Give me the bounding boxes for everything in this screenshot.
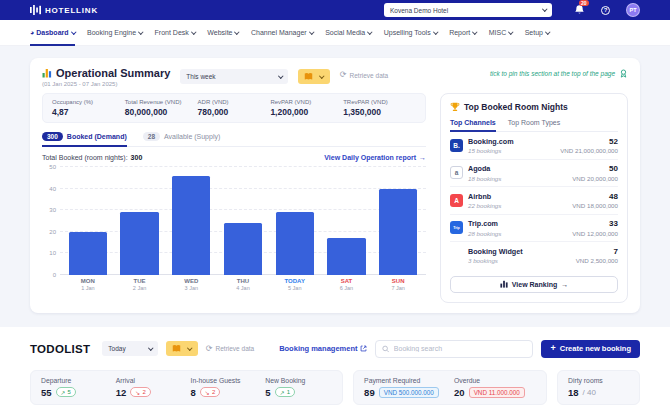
summary-title-block: Operational Summary (01 Jan 2025 - 07 Ja…: [42, 67, 170, 87]
chart-bars: [60, 167, 426, 275]
y-tick-label: 40: [42, 186, 56, 192]
view-ranking-button[interactable]: View Ranking →: [450, 276, 618, 293]
trend-up-icon: ↗: [280, 389, 285, 396]
total-booked-label: Total Booked (room nights):: [42, 154, 128, 161]
pin-section-control[interactable]: tick to pin this section at the top of t…: [490, 69, 628, 78]
x-label-thu: THU4 Jan: [217, 278, 269, 291]
trend-badge: ↗1: [275, 387, 295, 397]
todolist-period-value: Today: [108, 345, 125, 352]
trophy-icon: [450, 102, 460, 112]
channel-amount: VND 18,000,000: [572, 202, 618, 209]
external-link-icon: [360, 345, 367, 352]
stat-label: In-house Guests: [191, 377, 258, 384]
stat-departure: Departure55↗5: [41, 377, 108, 398]
x-date-label: 7 Jan: [372, 285, 424, 291]
chart-plot-area: 01020304050: [60, 167, 426, 275]
todo-stats-row: Departure55↗5Arrival12↘2In-house Guests8…: [30, 370, 640, 405]
stat-value-row: 18/ 40: [568, 387, 629, 398]
channel-room-nights: 52: [560, 137, 618, 146]
booking-management-link[interactable]: Booking management: [279, 344, 367, 353]
todolist-retrieve-button[interactable]: ⟳ Retrieve data: [206, 345, 254, 353]
nav-item-channel-manager[interactable]: Channel Manager: [251, 20, 313, 46]
nav-item-misc[interactable]: MISC: [489, 20, 513, 46]
nav-item-setup[interactable]: Setup: [525, 20, 550, 46]
retrieve-data-button[interactable]: ⟳ Retrieve data: [340, 71, 388, 79]
channel-room-nights: 48: [572, 192, 618, 201]
tab-top-room-types[interactable]: Top Room Types: [508, 119, 560, 132]
bar-today[interactable]: [269, 167, 321, 275]
bar-mon[interactable]: [62, 167, 114, 275]
channel-name: Agoda: [468, 164, 572, 173]
chevron-down-icon: [367, 29, 372, 34]
nav-item-social-media[interactable]: Social Media: [325, 20, 372, 46]
tab-booked-demand[interactable]: 300Booked (Demand): [42, 132, 127, 147]
nav-item-dasboard[interactable]: ◕Dasboard: [30, 20, 75, 46]
user-avatar[interactable]: PT: [626, 3, 640, 17]
nav-item-booking-engine[interactable]: Booking Engine: [87, 20, 143, 46]
y-tick-label: 20: [42, 229, 56, 235]
channel-amount: VND 2,500,000: [576, 257, 618, 264]
kpi-value: 80,000,000: [125, 107, 198, 117]
bar-sat[interactable]: [321, 167, 373, 275]
x-date-label: 6 Jan: [321, 285, 373, 291]
bar-tue[interactable]: [114, 167, 166, 275]
airbnb-icon: A: [450, 194, 463, 207]
bar-sun[interactable]: [372, 167, 424, 275]
todolist-retrieve-label: Retrieve data: [216, 345, 255, 352]
kpi-total-revenue-vnd: Total Revenue (VND)80,000,000: [125, 99, 198, 117]
y-tick-label: 10: [42, 250, 56, 256]
channel-row-airbnb[interactable]: AAirbnb4822 bookingsVND 18,000,000: [450, 187, 618, 215]
search-icon: [382, 345, 389, 353]
nav-item-website[interactable]: Website: [207, 20, 239, 46]
create-new-booking-button[interactable]: + Create new booking: [541, 340, 640, 358]
todolist-period-select[interactable]: Today: [102, 341, 158, 356]
top-booked-panel: Top Booked Room Nights Top ChannelsTop R…: [440, 93, 628, 303]
channel-bookings: 3 bookings: [468, 257, 576, 264]
view-daily-operation-report-link[interactable]: View Daily Operation report →: [324, 154, 426, 161]
report-book-select[interactable]: [298, 69, 330, 84]
channel-row-agoda[interactable]: aAgoda5018 bookingsVND 20,000,000: [450, 160, 618, 188]
nav-item-label: Channel Manager: [251, 29, 307, 36]
stat-total: / 40: [583, 388, 596, 397]
x-label-wed: WED3 Jan: [165, 278, 217, 291]
stat-value: 12: [116, 387, 127, 398]
book-icon: [304, 72, 313, 81]
hotel-select[interactable]: Kovena Demo Hotel: [384, 3, 552, 17]
total-booked-value: 300: [131, 154, 143, 161]
channel-room-nights: 33: [572, 219, 618, 228]
stat-value: 18: [568, 387, 579, 398]
stat-label: Payment Required: [364, 377, 446, 384]
todolist-book-select[interactable]: [166, 341, 198, 356]
stat-arrival: Arrival12↘2: [116, 377, 183, 398]
channel-row-booking-com[interactable]: B.Booking.com5215 bookingsVND 21,000,000…: [450, 132, 618, 160]
nav-item-upselling-tools[interactable]: Upselling Tools: [384, 20, 437, 46]
app-logo: HOTELLINK: [30, 4, 98, 16]
stat-value-row: 12↘2: [116, 387, 183, 398]
bar-rect: [379, 189, 417, 275]
stat-value-row: 20VND 11.000.000: [454, 387, 536, 398]
nav-item-report[interactable]: Report: [449, 20, 477, 46]
help-button[interactable]: ?: [601, 6, 610, 15]
hotellink-logo-icon: [30, 4, 41, 16]
notifications-button[interactable]: 20: [574, 4, 585, 16]
channel-row-booking-widget[interactable]: Booking Widget73 bookingsVND 2,500,000: [450, 242, 618, 269]
bar-thu[interactable]: [217, 167, 269, 275]
notification-badge: 20: [579, 0, 589, 6]
tab-top-channels[interactable]: Top Channels: [450, 119, 496, 132]
booking-widget-icon: [450, 249, 463, 262]
tab-badge: 28: [143, 132, 160, 141]
kpi-adr-vnd: ADR (VND)780,000: [198, 99, 271, 117]
period-select[interactable]: This week: [180, 69, 288, 84]
arrow-right-icon: →: [419, 154, 426, 161]
channel-row-trip-com[interactable]: TripTrip.com3328 bookingsVND 12,000,000: [450, 215, 618, 243]
nav-item-front-desk[interactable]: Front Desk: [155, 20, 196, 46]
booking-search-input[interactable]: [394, 345, 527, 352]
booking-search: [375, 340, 533, 358]
trend-down-icon: ↘: [205, 389, 210, 396]
chevron-down-icon: [148, 345, 153, 350]
bar-wed[interactable]: [165, 167, 217, 275]
tab-available-supply[interactable]: 28Available (Supply): [143, 132, 221, 147]
chart-x-axis: MON1 JanTUE2 JanWED3 JanTHU4 JanTODAY5 J…: [60, 278, 426, 291]
report-link-label: View Daily Operation report: [324, 154, 416, 161]
bar-chart-icon: [42, 68, 52, 78]
